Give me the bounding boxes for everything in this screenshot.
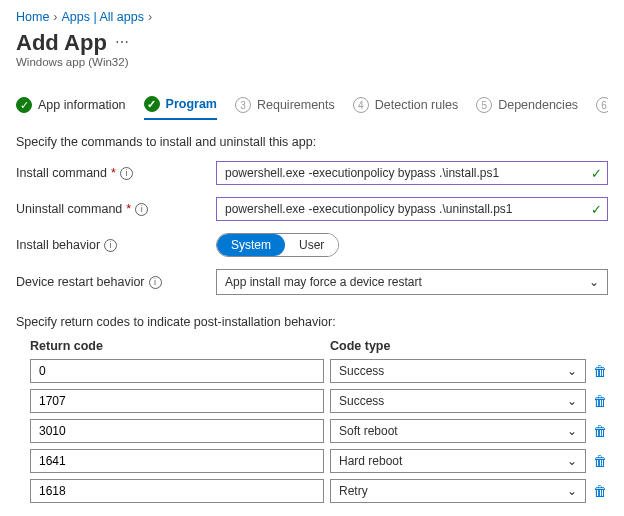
- return-code-row: Success⌄🗑: [30, 359, 608, 383]
- install-command-label: Install command: [16, 166, 107, 180]
- info-icon[interactable]: i: [120, 167, 133, 180]
- check-icon: ✓: [591, 166, 602, 181]
- info-icon[interactable]: i: [104, 239, 117, 252]
- required-icon: *: [126, 202, 131, 216]
- install-behavior-system[interactable]: System: [217, 234, 285, 256]
- return-code-input[interactable]: [30, 479, 324, 503]
- wizard-tabs: ✓ App information ✓ Program 3 Requiremen…: [16, 96, 608, 121]
- step-number-icon: 3: [235, 97, 251, 113]
- return-code-input[interactable]: [30, 419, 324, 443]
- code-type-value: Soft reboot: [339, 424, 398, 438]
- tab-detection-rules[interactable]: 4 Detection rules: [353, 97, 458, 119]
- tab-program[interactable]: ✓ Program: [144, 96, 217, 120]
- check-icon: ✓: [16, 97, 32, 113]
- code-type-select[interactable]: Hard reboot⌄: [330, 449, 586, 473]
- step-number-icon: 4: [353, 97, 369, 113]
- info-icon[interactable]: i: [135, 203, 148, 216]
- required-icon: *: [111, 166, 116, 180]
- section-description: Specify the commands to install and unin…: [16, 135, 608, 149]
- chevron-down-icon: ⌄: [567, 484, 577, 498]
- tab-supersedence[interactable]: 6 Supersed: [596, 97, 608, 119]
- tab-requirements[interactable]: 3 Requirements: [235, 97, 335, 119]
- code-type-select[interactable]: Soft reboot⌄: [330, 419, 586, 443]
- page-title: Add App: [16, 30, 107, 56]
- trash-icon[interactable]: 🗑: [592, 393, 608, 409]
- chevron-right-icon: ›: [148, 10, 152, 24]
- step-number-icon: 6: [596, 97, 608, 113]
- chevron-down-icon: ⌄: [567, 394, 577, 408]
- return-code-row: Retry⌄🗑: [30, 479, 608, 503]
- return-code-input[interactable]: [30, 389, 324, 413]
- return-code-row: Hard reboot⌄🗑: [30, 449, 608, 473]
- uninstall-command-label: Uninstall command: [16, 202, 122, 216]
- code-type-select[interactable]: Retry⌄: [330, 479, 586, 503]
- code-type-header: Code type: [330, 339, 390, 353]
- info-icon[interactable]: i: [149, 276, 162, 289]
- code-type-select[interactable]: Success⌄: [330, 359, 586, 383]
- install-behavior-toggle[interactable]: System User: [216, 233, 339, 257]
- install-behavior-user[interactable]: User: [285, 234, 338, 256]
- install-behavior-label: Install behavior: [16, 238, 100, 252]
- breadcrumb-home[interactable]: Home: [16, 10, 49, 24]
- chevron-down-icon: ⌄: [589, 275, 599, 289]
- return-code-input[interactable]: [30, 359, 324, 383]
- more-actions-icon[interactable]: ⋯: [115, 34, 129, 50]
- chevron-down-icon: ⌄: [567, 364, 577, 378]
- check-icon: ✓: [144, 96, 160, 112]
- breadcrumb-apps[interactable]: Apps | All apps: [62, 10, 144, 24]
- tab-dependencies[interactable]: 5 Dependencies: [476, 97, 578, 119]
- trash-icon[interactable]: 🗑: [592, 483, 608, 499]
- code-type-value: Hard reboot: [339, 454, 402, 468]
- chevron-down-icon: ⌄: [567, 454, 577, 468]
- install-command-input[interactable]: [216, 161, 608, 185]
- breadcrumb: Home › Apps | All apps ›: [16, 10, 608, 24]
- code-type-value: Success: [339, 394, 384, 408]
- return-code-input[interactable]: [30, 449, 324, 473]
- return-code-row: Soft reboot⌄🗑: [30, 419, 608, 443]
- restart-behavior-select[interactable]: App install may force a device restart ⌄: [216, 269, 608, 295]
- return-code-row: Success⌄🗑: [30, 389, 608, 413]
- page-subtitle: Windows app (Win32): [16, 56, 608, 68]
- section-description: Specify return codes to indicate post-in…: [16, 315, 608, 329]
- trash-icon[interactable]: 🗑: [592, 423, 608, 439]
- chevron-right-icon: ›: [53, 10, 57, 24]
- uninstall-command-input[interactable]: [216, 197, 608, 221]
- code-type-value: Success: [339, 364, 384, 378]
- code-type-select[interactable]: Success⌄: [330, 389, 586, 413]
- restart-behavior-label: Device restart behavior: [16, 275, 145, 289]
- trash-icon[interactable]: 🗑: [592, 363, 608, 379]
- step-number-icon: 5: [476, 97, 492, 113]
- return-code-header: Return code: [30, 339, 330, 353]
- check-icon: ✓: [591, 202, 602, 217]
- code-type-value: Retry: [339, 484, 368, 498]
- tab-app-information[interactable]: ✓ App information: [16, 97, 126, 119]
- chevron-down-icon: ⌄: [567, 424, 577, 438]
- trash-icon[interactable]: 🗑: [592, 453, 608, 469]
